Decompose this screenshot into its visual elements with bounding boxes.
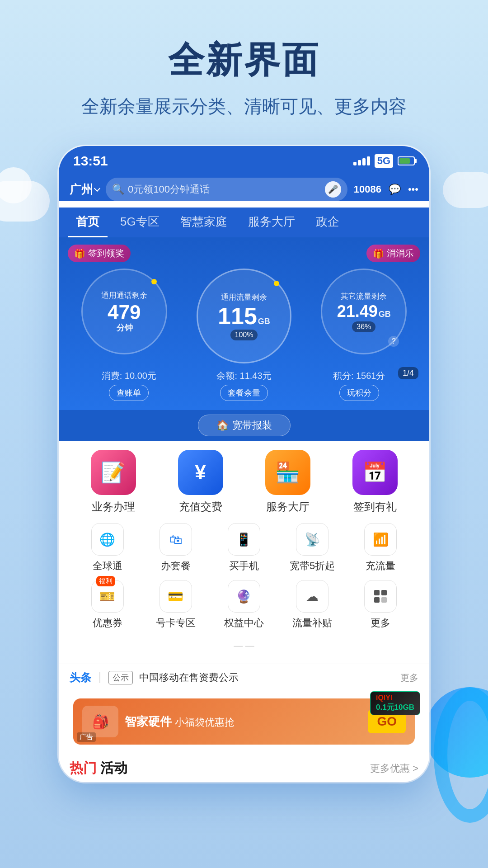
stats-circles-row: 通用通话剩余 479 分钟 通用流量剩余 115 GB 100%: [68, 269, 420, 363]
hall-icon-box: 🏪: [265, 450, 310, 495]
business-label: 业务办理: [92, 500, 135, 514]
checkin-badge[interactable]: 🎁 签到领奖: [68, 245, 131, 262]
service-phone[interactable]: 📱 买手机: [219, 523, 269, 573]
tab-service-hall[interactable]: 服务大厅: [240, 208, 303, 237]
voice-stat-circle: 通用通话剩余 479 分钟: [81, 269, 167, 354]
status-bar: 13:51 5G: [59, 146, 429, 172]
service-business[interactable]: 📝 业务办理: [82, 450, 145, 514]
hero-subtitle: 全新余量展示分类、清晰可见、更多内容: [18, 94, 470, 119]
benefits-icon-box: 🔮: [228, 580, 260, 613]
service-data-subsidy[interactable]: ☁ 流量补贴: [287, 580, 337, 630]
news-more[interactable]: 更多: [400, 672, 418, 684]
search-bar[interactable]: 🔍 0元领100分钟通话 🎤: [106, 178, 347, 201]
divider: [99, 672, 100, 683]
other-stat-circle: 其它流量剩余 21.49 GB 36% ?: [321, 269, 407, 354]
service-topup[interactable]: 📶 充流量: [356, 523, 405, 573]
small-icons-row-2: 福利 🎫 优惠券 💳 号卡专区 🔮 权益中心 ☁: [70, 580, 418, 630]
hot-more-button[interactable]: 更多优惠 >: [370, 762, 418, 775]
other-value: 21.49: [337, 303, 378, 320]
voice-label: 通用通话剩余: [101, 290, 147, 301]
signal-icon: [353, 156, 370, 165]
phone-icon-box: 📱: [228, 523, 260, 556]
ad-label: 广告: [77, 732, 96, 742]
location-button[interactable]: 广州: [70, 182, 99, 198]
tab-5g[interactable]: 5G专区: [112, 208, 168, 237]
checkin-service-icon: 📅: [362, 461, 387, 484]
tab-enterprise[interactable]: 政企: [308, 208, 347, 237]
header-top-row: 广州 🔍 0元领100分钟通话 🎤 10086 💬 •••: [70, 178, 418, 201]
recharge-icon-box: ¥: [178, 450, 223, 495]
coupon-label: 优惠券: [93, 616, 122, 630]
dot-accent: [151, 279, 157, 284]
header-actions: 10086 💬 •••: [354, 184, 418, 195]
service-plan[interactable]: 🛍 办套餐: [151, 523, 201, 573]
cloud-decoration-left: [0, 181, 50, 222]
dot-accent2: [274, 281, 279, 286]
service-global[interactable]: 🌐 全球通: [83, 523, 132, 573]
mic-icon[interactable]: 🎤: [325, 181, 341, 198]
data-percent: 100%: [230, 330, 258, 340]
bill-label: 消费: 10.00元: [71, 370, 187, 382]
tab-smart-home[interactable]: 智慧家庭: [172, 208, 235, 237]
ad-section: iQIYI 0.1元10GB 🎒 智家硬件 小福袋优惠抢 GO × 广告: [59, 691, 429, 749]
hot-activities-section: 热门 活动 更多优惠 >: [59, 753, 429, 782]
service-more[interactable]: 更多: [356, 580, 405, 630]
iqiyi-brand: iQIYI: [376, 694, 414, 702]
phone-icon: 📱: [236, 532, 252, 547]
plan-icon: 🛍: [169, 532, 182, 547]
broadband-service-icon: 📡: [305, 532, 320, 547]
plan-icon-box: 🛍: [160, 523, 192, 556]
simcard-icon: 💳: [168, 589, 183, 604]
topup-label: 充流量: [366, 559, 395, 573]
home-icon: 🏠: [216, 420, 229, 431]
bill-info-item: 消费: 10.00元 查账单: [71, 370, 187, 401]
data-stat-circle: 通用流量剩余 115 GB 100%: [197, 269, 291, 363]
svg-rect-2: [374, 597, 380, 603]
news-badge: 公示: [108, 671, 133, 684]
service-broadband[interactable]: 📡 宽带5折起: [287, 523, 337, 573]
other-stat-container: 其它流量剩余 21.49 GB 36% ?: [308, 269, 420, 363]
battery-icon: [398, 156, 415, 165]
hero-title: 全新界面: [18, 36, 470, 85]
cloud-decoration-right: [443, 172, 488, 208]
help-icon[interactable]: ?: [388, 336, 399, 347]
iqiyi-offer: 0.1元10GB: [376, 702, 414, 712]
other-unit: GB: [379, 310, 391, 319]
simcard-icon-box: 💳: [160, 580, 192, 613]
ad-banner: 🎒 智家硬件 小福袋优惠抢 GO × 广告: [73, 698, 415, 745]
activity-icon: 🎁: [373, 248, 384, 259]
other-label: 其它流量剩余: [341, 291, 387, 302]
service-simcard[interactable]: 💳 号卡专区: [151, 580, 201, 630]
news-text[interactable]: 中国移动在售资费公示: [139, 671, 394, 684]
tab-home[interactable]: 首页: [68, 208, 108, 237]
more-service-label: 更多: [371, 616, 390, 630]
plan-balance-button[interactable]: 套餐余量: [220, 385, 268, 401]
search-placeholder: 0元领100分钟通话: [128, 183, 321, 196]
bill-button[interactable]: 查账单: [109, 385, 149, 401]
topup-icon: 📶: [373, 532, 389, 547]
data-stat-container: 通用流量剩余 115 GB 100%: [188, 269, 300, 363]
activity-badge[interactable]: 🎁 消消乐: [366, 245, 420, 262]
hot-label: 热门: [70, 760, 97, 775]
hot-activities-header: 热门 活动 更多优惠 >: [70, 759, 418, 778]
hall-label: 服务大厅: [266, 500, 310, 514]
subsidy-label: 流量补贴: [292, 616, 332, 630]
phone-mockup: 13:51 5G 广州 🔍 0元领100分钟通话 🎤: [59, 146, 429, 782]
page-dots: — —: [70, 637, 418, 655]
service-recharge[interactable]: ¥ 充值交费: [169, 450, 232, 514]
play-points-button[interactable]: 玩积分: [339, 385, 379, 401]
broadband-button[interactable]: 🏠 宽带报装: [198, 415, 291, 436]
voice-unit: 分钟: [117, 322, 133, 333]
hotline-label[interactable]: 10086: [354, 184, 381, 195]
service-benefits[interactable]: 🔮 权益中心: [219, 580, 269, 630]
service-hall[interactable]: 🏪 服务大厅: [256, 450, 319, 514]
more-icon[interactable]: •••: [408, 184, 418, 195]
ad-text-container: 智家硬件 小福袋优惠抢: [125, 714, 361, 730]
hero-section: 全新界面 全新余量展示分类、清晰可见、更多内容: [0, 0, 488, 137]
status-icons: 5G: [353, 154, 415, 168]
service-checkin[interactable]: 📅 签到有礼: [343, 450, 407, 514]
service-coupon[interactable]: 福利 🎫 优惠券: [83, 580, 132, 630]
message-icon[interactable]: 💬: [389, 184, 401, 195]
info-row: 消费: 10.00元 查账单 余额: 11.43元 套餐余量 积分: 1561分…: [68, 370, 420, 401]
checkin-icon: 🎁: [74, 248, 85, 259]
